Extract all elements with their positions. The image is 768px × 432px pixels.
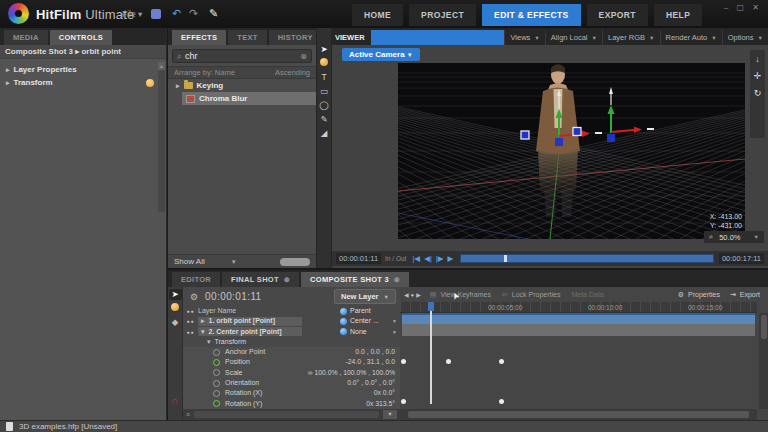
tab-effects[interactable]: EFFECTS [172,30,226,45]
property-row-orientation[interactable]: Orientation 0.0° , 0.0° , 0.0° [183,378,400,388]
text-tool-icon[interactable]: T [318,72,330,83]
redo-icon[interactable]: ↷ [187,7,200,20]
tab-text[interactable]: TEXT [228,30,266,45]
prev-frame-button[interactable]: ◀| [424,254,432,263]
tab-editor[interactable]: EDITOR [172,272,220,287]
gear-icon[interactable]: ⚙ [190,292,198,302]
slice-tool-icon[interactable]: ◆ [169,317,181,328]
keyframe-icon[interactable] [446,359,451,364]
scrubber-playhead[interactable] [504,255,507,262]
timeline-ruler[interactable]: 00:00:05:00 00:00:10:00 00:00:15:00 [400,302,757,313]
tab-final-shot[interactable]: FINAL SHOT⊗ [222,272,299,287]
orbit-tool-icon[interactable] [318,58,330,69]
tab-controls[interactable]: CONTROLS [50,30,112,45]
window-controls[interactable]: – ▢ ✕ [724,3,762,12]
tab-media[interactable]: MEDIA [4,30,48,45]
timeline-orbit-tool-icon[interactable] [169,303,181,314]
tab-project[interactable]: PROJECT [409,4,476,26]
parent-dropdown[interactable]: None▼ [350,327,400,337]
snap-magnet-icon[interactable]: ∩ [171,395,178,406]
layer-properties-row[interactable]: ▸ Layer Properties [0,63,166,76]
parent-dropdown[interactable]: Center ...▼ [350,316,400,326]
new-layer-button[interactable]: New Layer▼ [334,289,396,304]
pen-icon[interactable]: ✎ [207,7,220,20]
keyframe-nav-icons[interactable]: ◀●▶ [404,291,423,298]
views-menu[interactable]: Views▼ [504,30,544,45]
visibility-icons[interactable]: ●● [183,306,198,316]
viewer-canvas[interactable] [398,63,745,239]
goto-start-button[interactable]: |◀ [412,254,420,263]
stopwatch-icon[interactable] [213,380,220,387]
layer-duration-bar-selected[interactable] [402,313,755,324]
tab-export[interactable]: EXPORT [587,4,648,26]
close-icon[interactable]: ⊗ [394,276,400,284]
render-menu[interactable]: Render Auto▼ [660,30,722,45]
caret-icon[interactable]: ▸ [201,317,205,326]
timeline-select-tool-icon[interactable]: ➤ [169,289,182,300]
property-row-rotation-x[interactable]: Rotation (X) 0x 0.0° [183,388,400,398]
next-frame-button[interactable]: |▶ [436,254,444,263]
select-tool-icon[interactable]: ➤ [318,44,330,55]
stopwatch-icon[interactable] [213,390,220,397]
properties-button[interactable]: ⚙Properties [678,291,720,299]
options-menu[interactable]: Options▼ [722,30,768,45]
drag-down-icon[interactable]: ↓ [755,54,760,64]
property-row-scale[interactable]: Scale ∞ 100.0% , 100.0% , 100.0% [183,368,400,378]
transform-row[interactable]: ▸ Transform [0,76,166,89]
layer-rgb-menu[interactable]: Layer RGB▼ [602,30,660,45]
file-menu[interactable]: File ▾ [122,9,142,19]
stopwatch-icon[interactable] [213,400,220,407]
keyframe-icon[interactable] [499,399,504,404]
left-panel-scrollbar[interactable]: ▲ [158,62,165,212]
timeline-hscrollbar[interactable] [400,409,757,420]
layer-row-center-point[interactable]: ●● ▾2. Center point [Point] None▼ [183,327,400,337]
effects-folder-keying[interactable]: ▸ Keying [168,79,316,92]
close-icon[interactable]: ⊗ [284,276,290,284]
timeline-left-scrollbar[interactable]: ≡▼ [183,409,400,420]
layer-duration-bar[interactable] [402,324,755,336]
property-row-rotation-y[interactable]: Rotation (Y) 0x 313.5° [183,399,400,409]
align-menu[interactable]: Align Local▼ [545,30,602,45]
visibility-icons[interactable]: ●● [183,316,198,326]
inout-label[interactable]: In / Out [385,255,406,262]
keyframe-icon[interactable] [401,399,406,404]
stopwatch-icon[interactable] [213,369,220,376]
tab-edit-effects[interactable]: EDIT & EFFECTS [482,4,581,26]
stopwatch-icon[interactable] [213,349,220,356]
visibility-icons[interactable]: ●● [183,327,198,337]
move-icon[interactable]: ✛ [754,71,762,81]
effects-search-input[interactable]: ⌕ chr ⊗ [172,49,312,63]
viewer-scrubber[interactable] [460,254,714,263]
property-row-position[interactable]: Position -24.0 , 31.1 , 0.0 [183,357,400,367]
tab-viewer[interactable]: VIEWER [332,30,371,45]
scale-dropdown[interactable]: ▼ [383,410,397,419]
dropper-tool-icon[interactable]: ◢ [318,128,330,139]
ellipse-tool-icon[interactable]: ◯ [318,100,330,111]
stopwatch-icon[interactable] [213,359,220,366]
clear-search-icon[interactable]: ⊗ [300,52,307,61]
tab-help[interactable]: HELP [654,4,702,26]
save-icon[interactable] [151,9,161,19]
keyframe-icon[interactable] [499,359,504,364]
play-button[interactable]: ▶ [448,254,454,263]
tab-home[interactable]: HOME [352,4,403,26]
layer-row-orbit-point[interactable]: ●● ▸1. orbit point [Point] Center ...▼ [183,316,400,326]
export-button[interactable]: ⇥Export [730,291,760,299]
caret-icon[interactable]: ▾ [207,337,211,347]
effects-list-header[interactable]: Arrange by: Name Ascending [168,66,316,79]
show-all-dropdown[interactable]: Show All [174,257,205,266]
tab-composite-shot[interactable]: COMPOSITE SHOT 3⊗ [301,272,409,287]
lock-properties-button[interactable]: ✄Lock Properties [502,291,561,299]
active-camera-dropdown[interactable]: Active Camera ▼ [342,48,420,61]
timeline-playhead[interactable] [430,302,432,404]
rect-tool-icon[interactable]: ▭ [318,86,330,97]
zoom-dropdown[interactable]: ⌕ 50.0% ▼ [704,231,764,243]
pen-tool-icon[interactable]: ✎ [318,114,330,125]
effect-chroma-blur[interactable]: Chroma Blur [182,92,316,105]
undo-icon[interactable]: ↶ [170,7,183,20]
caret-icon[interactable]: ▾ [201,327,205,336]
rotate-icon[interactable]: ↻ [754,88,762,98]
timeline-vscrollbar[interactable] [759,313,768,409]
drag-pill[interactable] [280,258,310,266]
property-row-anchor[interactable]: Anchor Point 0.0 , 0.0 , 0.0 [183,347,400,357]
